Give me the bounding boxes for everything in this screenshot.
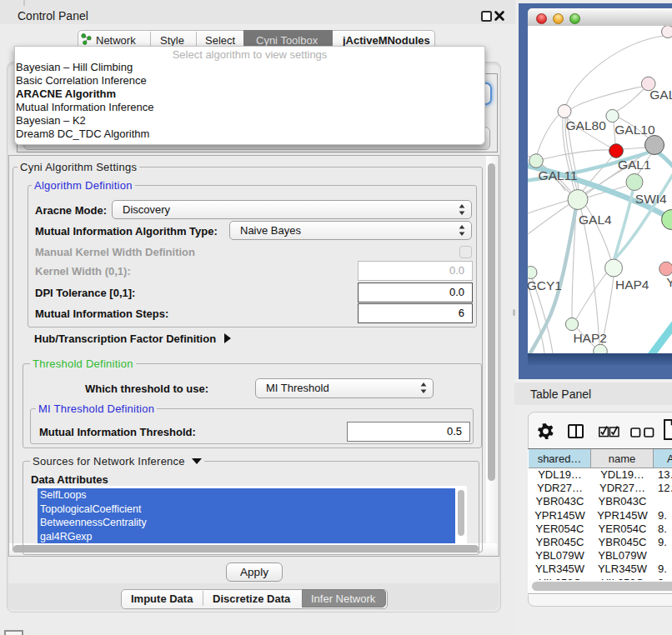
svg-text:GAL4: GAL4 — [579, 212, 612, 227]
svg-text:SWI4: SWI4 — [635, 192, 667, 206]
svg-text:GAL7: GAL7 — [649, 88, 672, 102]
svg-text:HAP2: HAP2 — [573, 331, 607, 345]
svg-text:Y: Y — [666, 275, 672, 289]
svg-text:GAL80: GAL80 — [566, 118, 607, 132]
svg-text:GAL10: GAL10 — [614, 122, 655, 137]
svg-text:GAL1: GAL1 — [618, 158, 651, 172]
svg-text:GCY1: GCY1 — [528, 278, 562, 292]
svg-text:GAL11: GAL11 — [539, 168, 578, 182]
svg-text:HAP4: HAP4 — [615, 278, 649, 292]
